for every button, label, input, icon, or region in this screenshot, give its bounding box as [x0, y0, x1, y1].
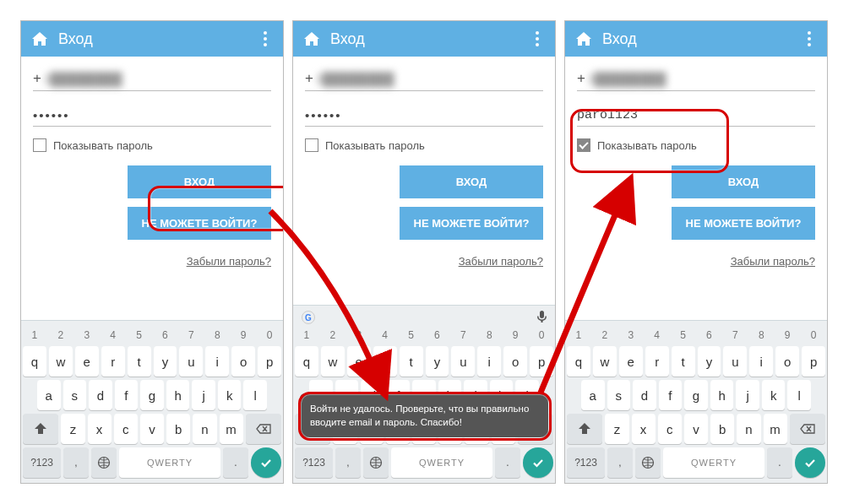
letter-key[interactable]: q: [567, 346, 590, 377]
number-key[interactable]: 2: [321, 328, 345, 343]
comma-key[interactable]: ,: [607, 447, 633, 478]
letter-key[interactable]: o: [775, 346, 799, 377]
letter-key[interactable]: o: [503, 346, 527, 377]
letter-key[interactable]: z: [605, 414, 628, 444]
letter-key[interactable]: k: [218, 380, 242, 410]
number-key[interactable]: 4: [645, 328, 669, 343]
password-field[interactable]: [33, 103, 271, 127]
number-key[interactable]: 4: [373, 328, 397, 343]
number-key[interactable]: 3: [75, 328, 99, 343]
letter-key[interactable]: o: [231, 346, 255, 377]
letter-key[interactable]: r: [645, 346, 669, 377]
email-field[interactable]: + 3████████: [33, 65, 271, 91]
number-key[interactable]: 8: [205, 328, 229, 343]
shift-key[interactable]: [23, 414, 58, 444]
password-field[interactable]: [577, 103, 815, 127]
show-password-checkbox[interactable]: Показывать пароль: [577, 138, 815, 152]
enter-key[interactable]: [523, 447, 553, 478]
letter-key[interactable]: d: [89, 380, 112, 410]
letter-key[interactable]: r: [101, 346, 125, 377]
letter-key[interactable]: v: [684, 414, 708, 444]
letter-key[interactable]: n: [737, 414, 760, 444]
letter-key[interactable]: e: [347, 346, 371, 377]
overflow-menu-icon[interactable]: [258, 31, 273, 46]
password-field[interactable]: [305, 103, 543, 127]
letter-key[interactable]: w: [49, 346, 73, 377]
backspace-key[interactable]: [790, 414, 825, 444]
login-button[interactable]: ВХОД: [128, 165, 271, 198]
letter-key[interactable]: n: [193, 414, 216, 444]
symbols-key[interactable]: ?123: [23, 447, 61, 478]
letter-key[interactable]: i: [205, 346, 229, 377]
letter-key[interactable]: v: [140, 414, 164, 444]
overflow-menu-icon[interactable]: [802, 31, 817, 46]
number-key[interactable]: 3: [619, 328, 643, 343]
number-key[interactable]: 1: [295, 328, 318, 343]
letter-key[interactable]: p: [258, 346, 281, 377]
keyboard[interactable]: 1234567890 qwertyuiop asdfghjkl zxcvbnm …: [565, 320, 827, 483]
number-key[interactable]: 6: [426, 328, 449, 343]
letter-key[interactable]: l: [243, 380, 267, 410]
letter-key[interactable]: w: [593, 346, 617, 377]
number-key[interactable]: 8: [749, 328, 773, 343]
comma-key[interactable]: ,: [335, 447, 361, 478]
letter-key[interactable]: y: [154, 346, 177, 377]
globe-key[interactable]: [91, 447, 117, 478]
comma-key[interactable]: ,: [63, 447, 89, 478]
space-key[interactable]: QWERTY: [119, 447, 220, 478]
number-key[interactable]: 3: [347, 328, 371, 343]
cant-login-button[interactable]: НЕ МОЖЕТЕ ВОЙТИ?: [672, 207, 815, 240]
letter-key[interactable]: p: [802, 346, 825, 377]
letter-key[interactable]: c: [658, 414, 682, 444]
letter-key[interactable]: c: [114, 414, 138, 444]
letter-key[interactable]: h: [710, 380, 734, 410]
home-icon[interactable]: [31, 31, 48, 46]
letter-key[interactable]: y: [698, 346, 721, 377]
letter-key[interactable]: q: [23, 346, 46, 377]
number-key[interactable]: 7: [179, 328, 203, 343]
enter-key[interactable]: [795, 447, 825, 478]
number-key[interactable]: 0: [258, 328, 281, 343]
login-button[interactable]: ВХОД: [672, 165, 815, 198]
letter-key[interactable]: b: [710, 414, 734, 444]
letter-key[interactable]: f: [115, 380, 139, 410]
number-key[interactable]: 8: [477, 328, 501, 343]
letter-key[interactable]: k: [762, 380, 786, 410]
letter-key[interactable]: s: [607, 380, 631, 410]
home-icon[interactable]: [303, 31, 320, 46]
backspace-key[interactable]: [246, 414, 281, 444]
keyboard[interactable]: 1234567890 qwertyuiop asdfghjkl zxcvbnm …: [21, 320, 283, 483]
letter-key[interactable]: u: [723, 346, 747, 377]
letter-key[interactable]: u: [451, 346, 475, 377]
letter-key[interactable]: t: [672, 346, 695, 377]
letter-key[interactable]: z: [61, 414, 84, 444]
space-key[interactable]: QWERTY: [663, 447, 764, 478]
mic-icon[interactable]: [537, 311, 547, 325]
period-key[interactable]: .: [767, 447, 792, 478]
globe-key[interactable]: [635, 447, 661, 478]
letter-key[interactable]: i: [749, 346, 773, 377]
overflow-menu-icon[interactable]: [530, 31, 545, 46]
letter-key[interactable]: f: [659, 380, 683, 410]
shift-key[interactable]: [567, 414, 602, 444]
number-key[interactable]: 0: [802, 328, 825, 343]
number-key[interactable]: 2: [49, 328, 73, 343]
letter-key[interactable]: a: [37, 380, 61, 410]
letter-key[interactable]: q: [295, 346, 318, 377]
forgot-password-link[interactable]: Забыли пароль?: [459, 255, 543, 268]
login-button[interactable]: ВХОД: [400, 165, 543, 198]
globe-key[interactable]: [363, 447, 389, 478]
number-key[interactable]: 0: [530, 328, 553, 343]
number-key[interactable]: 6: [698, 328, 721, 343]
number-key[interactable]: 9: [775, 328, 799, 343]
show-password-checkbox[interactable]: Показывать пароль: [33, 138, 271, 152]
enter-key[interactable]: [251, 447, 281, 478]
letter-key[interactable]: i: [477, 346, 501, 377]
letter-key[interactable]: x: [88, 414, 112, 444]
number-key[interactable]: 5: [128, 328, 151, 343]
letter-key[interactable]: g: [140, 380, 164, 410]
letter-key[interactable]: g: [684, 380, 708, 410]
letter-key[interactable]: y: [426, 346, 449, 377]
show-password-checkbox[interactable]: Показывать пароль: [305, 138, 543, 152]
number-key[interactable]: 7: [723, 328, 747, 343]
